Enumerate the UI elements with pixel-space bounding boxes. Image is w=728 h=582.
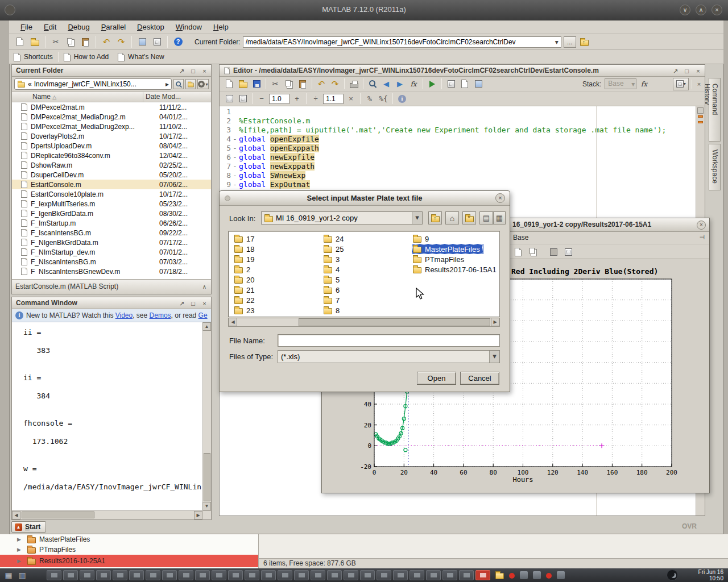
expander-icon[interactable]: ▶ [17,558,24,564]
file-row[interactable]: DReplicate96to384conv.m12/04/2... [12,151,211,160]
dialog-close-button[interactable]: × [495,193,505,203]
up-one-level-button[interactable]: ↑ [578,36,591,48]
cut-button[interactable]: ✂ [49,36,62,48]
divide-value-button[interactable]: ÷ [309,93,322,105]
dialog-folder-item[interactable]: 9 [412,234,432,244]
copy-button[interactable] [64,36,77,48]
dialog-folder-item[interactable]: 5 [322,275,343,285]
home-button[interactable]: ⌂ [445,211,459,225]
file-row[interactable]: EstartConsole.m07/06/2... [12,180,211,189]
shortcut-how-to-add[interactable]: How to Add [74,53,109,61]
dialog-folder-item[interactable]: 24 [322,234,347,244]
expander-icon[interactable]: ▶ [17,537,24,542]
scroll-thumb[interactable] [22,512,94,518]
tune-value-1[interactable]: 1.0 [269,94,289,104]
save-button[interactable] [250,78,263,90]
taskbar-window-button[interactable] [80,570,94,580]
stack-dropdown[interactable]: Base [605,78,636,89]
close-panel-icon[interactable]: × [201,298,208,309]
undo-button[interactable]: ↶ [315,78,328,90]
help-button[interactable]: ? [172,36,184,48]
maximize-panel-icon[interactable]: □ [189,65,197,77]
getting-started-link[interactable]: Ge [198,311,208,319]
dialog-folder-item[interactable]: 17 [233,234,258,244]
folder-list[interactable]: 171819220212223 2425345678 9MasterPlateF… [228,231,500,317]
redo-button[interactable]: ↷ [115,36,127,48]
actions-menu-button[interactable]: ▾ [197,79,209,89]
dialog-folder-item[interactable]: PTmapFiles [412,254,468,264]
cancel-button[interactable]: Cancel [460,372,499,385]
taskbar-window-button[interactable] [228,570,243,580]
taskbar-window-button[interactable] [129,570,144,580]
menu-debug[interactable]: Debug [62,21,95,33]
file-list[interactable]: DMPexcel2mat.m11/11/2...DMPexcel2mat_Med… [12,102,211,275]
column-header-date[interactable]: Date Mod... [143,92,181,102]
taskbar-window-button[interactable] [162,570,177,580]
matlab-start-button[interactable]: ▲ Start [11,521,46,533]
taskbar-window-button[interactable] [327,570,342,580]
open-button[interactable]: Open [417,372,456,385]
file-manager-tree[interactable]: ▶MasterPlateFiles▶PTmapFiles▶Results2016… [0,534,259,568]
undock-icon[interactable]: ↗ [178,65,185,77]
paste-button[interactable] [296,78,309,90]
undo-button[interactable]: ↶ [100,36,113,48]
scroll-left-button[interactable]: ◀ [12,511,20,519]
cell-mode-button[interactable] [445,78,457,90]
dialog-folder-item[interactable]: 25 [322,244,347,254]
app-icon[interactable] [533,571,541,579]
file-row[interactable]: F_NIscanIntensBGnewDev.m07/18/2... [12,267,211,275]
print-button[interactable] [348,78,360,90]
up-one-level-button[interactable]: ↑ [428,211,442,225]
taskbar-window-button[interactable] [426,570,441,580]
open-file-button[interactable] [28,36,41,48]
close-editor-icon[interactable]: × [695,81,702,88]
breadcrumb[interactable]: InovImager_jwrCF_WINLinx150... [34,80,163,88]
dialog-folder-item[interactable]: 19 [233,254,258,264]
taskbar-window-button[interactable] [393,570,408,580]
red-dot-icon[interactable] [546,573,552,579]
demos-link[interactable]: Demos [150,311,171,319]
dialog-folder-item[interactable]: 23 [233,305,258,315]
maximize-button[interactable]: ∧ [696,5,706,15]
command-window-console[interactable]: ii = 383 ii = 384 fhconsole = 173.1062 w… [12,322,211,510]
warning-tick[interactable] [698,115,703,118]
tree-item[interactable]: ▶Results2016-10-25A1 [0,555,258,567]
file-row[interactable]: DoverlayPlots2.m10/17/2... [12,131,211,141]
scroll-up-button[interactable]: ▲ [202,322,211,331]
new-folder-button[interactable]: * [462,211,476,225]
file-row[interactable]: F_IscanIntensBG.m09/22/2... [12,228,211,238]
command-window-vertical-scrollbar[interactable]: ▲ ▼ [202,322,211,510]
current-folder-input[interactable]: /media/data/EASY/InovImager_jwrCF_WINLin… [243,36,561,48]
command-window-horizontal-scrollbar[interactable]: ◀ ▶ [12,510,211,519]
undock-icon[interactable]: ↗ [672,65,679,77]
file-row[interactable]: DMPexcel2mat.m11/11/2... [12,102,211,112]
dialog-folder-item[interactable]: 4 [322,264,343,275]
taskbar-window-button[interactable] [179,570,193,580]
cut-button[interactable]: ✂ [269,78,282,90]
expander-icon[interactable]: ▶ [17,547,24,552]
scroll-right-button[interactable]: ▶ [194,511,202,519]
browse-button[interactable] [185,79,196,89]
file-row[interactable]: F_NImStartup_dev.m07/01/2... [12,247,211,257]
scroll-left-button[interactable]: ◀ [229,318,237,326]
insert-cell-button[interactable] [223,93,235,105]
dialog-folder-item[interactable]: 3 [322,254,343,264]
file-row[interactable]: F_ImStartup.m06/26/2... [12,218,211,228]
dialog-folder-item[interactable]: 20 [233,275,258,285]
file-row[interactable]: F_NIscanIntensBG.m07/03/2... [12,257,211,267]
app-icon[interactable] [557,571,565,579]
increment-value-button[interactable]: + [291,93,303,105]
scroll-down-button[interactable]: ▼ [202,502,211,510]
dialog-folder-item[interactable]: 18 [233,244,258,254]
open-button[interactable] [237,78,249,90]
moon-icon[interactable] [667,569,678,581]
go-forward-button[interactable]: ▶ [394,78,406,90]
taskbar-window-button[interactable] [442,570,457,580]
file-row[interactable]: DMPexcel2mat_MediaDrug2exp...11/10/2... [12,122,211,131]
menu-parallel[interactable]: Parallel [96,21,131,33]
breadcrumb-next-icon[interactable]: ▸ [166,80,169,88]
dialog-folder-item[interactable]: 22 [233,295,258,305]
warning-tick[interactable] [698,121,703,123]
menu-help[interactable]: Help [208,21,234,33]
file-list-column-header[interactable]: Name △ Date Mod... [12,92,211,102]
